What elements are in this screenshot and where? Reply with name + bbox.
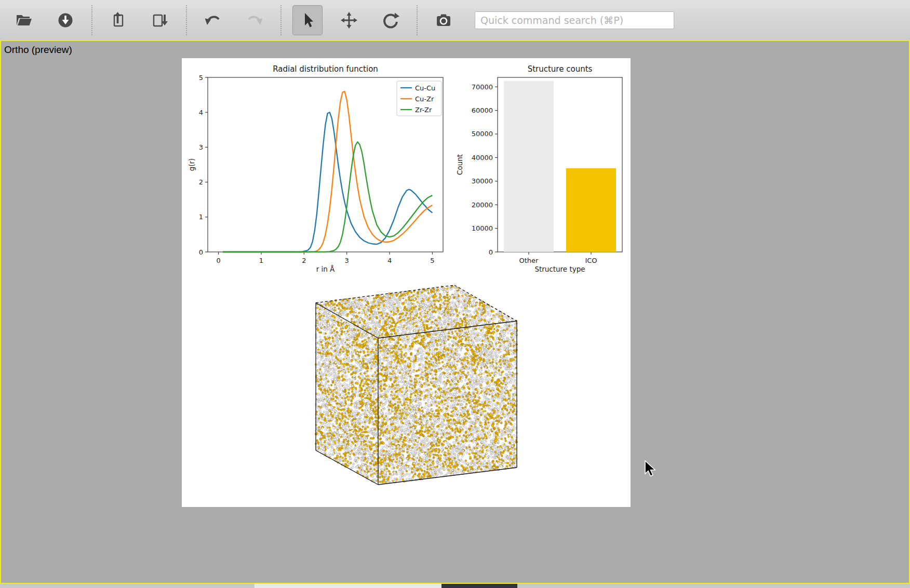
toolbar-separator [280, 5, 282, 35]
bottom-viewports-edge [0, 584, 910, 588]
toolbar-separator [417, 5, 418, 35]
svg-text:1: 1 [199, 213, 203, 221]
svg-text:10000: 10000 [472, 224, 493, 232]
svg-text:r in Å: r in Å [316, 265, 335, 273]
svg-text:40000: 40000 [472, 154, 493, 162]
redo-button[interactable] [239, 5, 270, 35]
svg-text:3: 3 [199, 143, 203, 151]
file-arrow-down-icon [151, 11, 169, 30]
svg-text:0: 0 [216, 257, 220, 264]
viewport-caption[interactable]: Ortho (preview) [4, 44, 72, 56]
toolbar-separator [186, 5, 187, 35]
svg-text:Structure type: Structure type [534, 265, 585, 273]
svg-text:Other: Other [519, 257, 539, 264]
undo-button[interactable] [198, 5, 228, 35]
svg-text:0: 0 [489, 248, 493, 256]
render-preview-frame: 012345012345Radial distribution function… [182, 58, 631, 507]
camera-icon [434, 11, 453, 30]
svg-text:60000: 60000 [472, 106, 493, 114]
svg-text:20000: 20000 [472, 201, 493, 209]
particle-cube-render [309, 279, 522, 492]
svg-text:Count: Count [456, 154, 464, 175]
footer-fragment-dark [441, 584, 517, 588]
rotate-arrow-icon [381, 11, 400, 30]
svg-text:30000: 30000 [472, 177, 493, 185]
svg-text:Radial distribution function: Radial distribution function [273, 64, 378, 74]
file-arrow-up-icon [109, 11, 128, 30]
download-circle-icon [56, 11, 75, 30]
svg-text:4: 4 [387, 257, 392, 264]
ortho-viewport[interactable]: Ortho (preview) 012345012345Radial distr… [0, 40, 910, 584]
pan-mode-button[interactable] [334, 5, 364, 35]
svg-text:4: 4 [199, 109, 203, 116]
select-mode-button[interactable] [292, 5, 323, 35]
svg-text:Cu-Cu: Cu-Cu [415, 84, 435, 92]
svg-text:70000: 70000 [472, 83, 493, 91]
move-arrows-icon [340, 11, 358, 30]
svg-text:Structure counts: Structure counts [528, 64, 593, 74]
svg-text:5: 5 [430, 257, 434, 264]
svg-text:0: 0 [199, 248, 203, 256]
footer-fragment-light [255, 584, 441, 588]
svg-text:1: 1 [259, 257, 263, 264]
svg-text:2: 2 [199, 178, 203, 186]
svg-text:3: 3 [345, 257, 349, 264]
rotate-mode-button[interactable] [376, 5, 406, 35]
svg-text:2: 2 [302, 257, 306, 264]
redo-arrow-icon [245, 11, 264, 30]
svg-text:Cu-Zr: Cu-Zr [415, 95, 434, 103]
main-toolbar [0, 0, 910, 40]
application-window: Ortho (preview) 012345012345Radial distr… [0, 0, 910, 588]
cursor-arrow-icon [298, 11, 317, 30]
svg-text:50000: 50000 [472, 130, 493, 138]
folder-open-icon [15, 11, 33, 30]
svg-text:ICO: ICO [585, 257, 597, 264]
toolbar-separator [91, 5, 92, 35]
import-remote-file-button[interactable] [50, 5, 81, 35]
quick-command-search-input[interactable] [475, 11, 674, 29]
undo-arrow-icon [204, 11, 222, 30]
svg-text:Zr-Zr: Zr-Zr [415, 106, 432, 114]
export-file-button[interactable] [145, 5, 175, 35]
svg-text:5: 5 [199, 74, 203, 82]
snapshot-button[interactable] [429, 5, 459, 35]
open-file-button[interactable] [9, 5, 39, 35]
svg-text:g(r): g(r) [188, 158, 196, 171]
save-session-state-button[interactable] [103, 5, 133, 35]
